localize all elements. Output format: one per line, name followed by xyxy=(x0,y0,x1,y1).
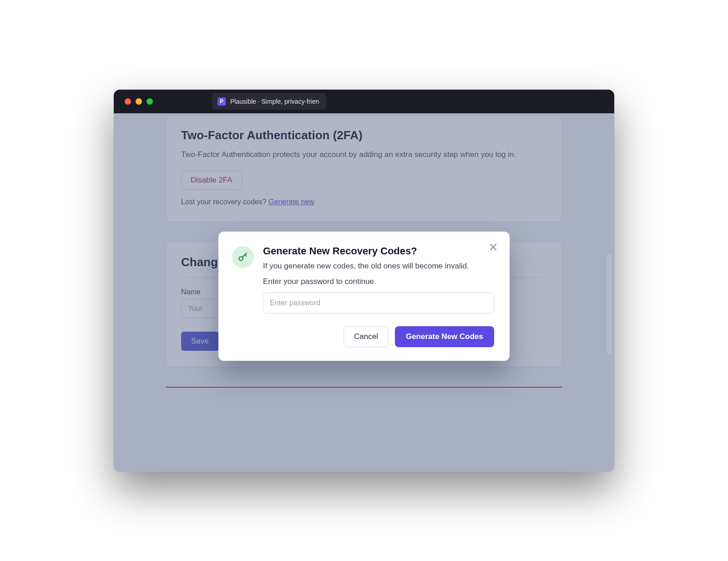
window-zoom-dot[interactable] xyxy=(147,98,153,105)
close-icon xyxy=(489,243,498,252)
window-titlebar: P Plausible · Simple, privacy-frien xyxy=(114,90,614,113)
modal-instruction-text: Enter your password to continue. xyxy=(263,277,494,286)
modal-actions: Cancel Generate New Codes xyxy=(232,326,494,347)
plausible-favicon: P xyxy=(217,97,226,106)
modal-close-button[interactable] xyxy=(486,240,500,254)
cancel-button[interactable]: Cancel xyxy=(344,326,389,347)
browser-window: P Plausible · Simple, privacy-frien Two-… xyxy=(114,90,614,472)
tabstrip: P Plausible · Simple, privacy-frien xyxy=(212,93,326,110)
modal-body: Generate New Recovery Codes? If you gene… xyxy=(263,245,494,313)
password-input[interactable] xyxy=(263,293,494,313)
page-viewport: Two-Factor Authentication (2FA) Two-Fact… xyxy=(114,113,614,472)
key-badge xyxy=(232,246,254,268)
cancel-button-label: Cancel xyxy=(354,332,378,341)
generate-codes-label: Generate New Codes xyxy=(406,332,483,341)
scrollbar-thumb[interactable] xyxy=(607,254,612,354)
generate-codes-button[interactable]: Generate New Codes xyxy=(395,326,494,347)
modal-warning-text: If you generate new codes, the old ones … xyxy=(263,262,494,271)
window-minimize-dot[interactable] xyxy=(136,98,142,105)
key-icon xyxy=(237,251,249,263)
generate-recovery-modal: Generate New Recovery Codes? If you gene… xyxy=(218,232,510,361)
tab-title: Plausible · Simple, privacy-frien xyxy=(230,98,319,105)
modal-title: Generate New Recovery Codes? xyxy=(263,245,494,257)
window-close-dot[interactable] xyxy=(125,98,131,105)
browser-tab[interactable]: P Plausible · Simple, privacy-frien xyxy=(212,93,326,110)
scrollbar-track[interactable] xyxy=(606,113,612,472)
